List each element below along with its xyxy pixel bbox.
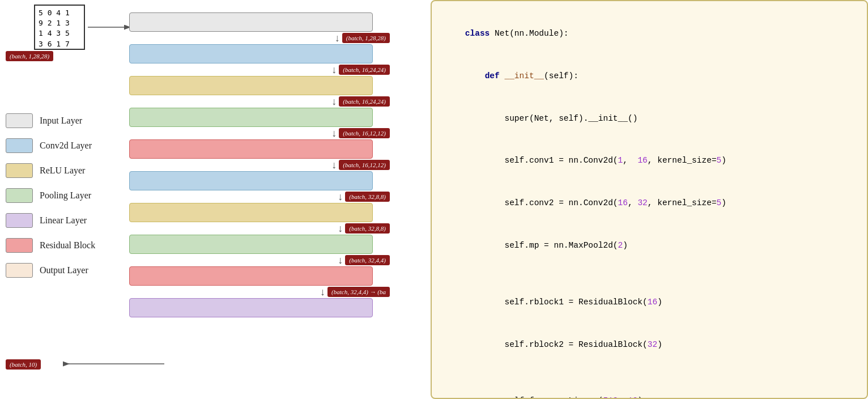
legend: Input Layer Conv2d Layer ReLU Layer Pool… [6, 113, 108, 288]
legend-label-conv: Conv2d Layer [40, 141, 92, 151]
legend-label-residual: Residual Block [40, 240, 95, 251]
layer-pool1 [129, 108, 373, 127]
layer-relu1 [129, 76, 373, 95]
layer-relu2 [129, 203, 373, 222]
code-line-4: self.conv1 = nn.Conv2d(1, 16, kernel_siz… [445, 139, 853, 182]
layer-residual1 [129, 139, 373, 159]
network-diagram: ↓ (batch, 1,28,28) ↓ (batch, 16,24,24) ↓… [129, 12, 390, 317]
input-shape-badge: (batch, 1,28,28) [6, 51, 53, 61]
layer-conv2 [129, 171, 373, 190]
layer-pool2 [129, 235, 373, 254]
legend-item-input: Input Layer [6, 113, 108, 128]
left-panel: 5 0 4 1 9 2 1 3 1 4 3 5 3 6 1 7 (batch, … [0, 0, 431, 399]
legend-box-relu [6, 163, 33, 178]
legend-item-linear: Linear Layer [6, 213, 108, 228]
legend-box-linear [6, 213, 33, 228]
legend-box-residual [6, 238, 33, 253]
legend-label-pool: Pooling Layer [40, 190, 91, 201]
legend-label-input: Input Layer [40, 116, 82, 126]
legend-item-pool: Pooling Layer [6, 188, 108, 203]
code-line-blank1 [445, 267, 853, 281]
code-line-blank2 [445, 366, 853, 380]
legend-label-linear: Linear Layer [40, 215, 87, 226]
code-panel: class Net(nn.Module): def __init__(self)… [431, 0, 868, 399]
code-line-7: self.rblock1 = ResidualBlock(16) [445, 281, 853, 324]
legend-label-output: Output Layer [40, 265, 88, 275]
layer-residual2 [129, 266, 373, 286]
code-line-6: self.mp = nn.MaxPool2d(2) [445, 224, 853, 267]
code-line-5: self.conv2 = nn.Conv2d(16, 32, kernel_si… [445, 182, 853, 224]
code-line-3: super(Net, self).__init__() [445, 97, 853, 140]
layer-conv1 [129, 44, 373, 63]
layer-input [129, 12, 373, 32]
code-line-9: self.fc = nn.Linear(512, 10) [445, 380, 853, 399]
legend-box-output [6, 263, 33, 278]
output-shape-badge: (batch, 10) [6, 359, 41, 370]
code-line-1: class Net(nn.Module): [445, 12, 853, 55]
legend-box-pool [6, 188, 33, 203]
legend-box-input [6, 113, 33, 128]
code-line-2: def __init__(self): [445, 55, 853, 97]
legend-label-relu: ReLU Layer [40, 165, 85, 176]
legend-item-relu: ReLU Layer [6, 163, 108, 178]
mnist-image: 5 0 4 1 9 2 1 3 1 4 3 5 3 6 1 7 [34, 5, 85, 50]
legend-item-conv: Conv2d Layer [6, 138, 108, 153]
code-line-8: self.rblock2 = ResidualBlock(32) [445, 324, 853, 366]
legend-item-residual: Residual Block [6, 238, 108, 253]
legend-item-output: Output Layer [6, 263, 108, 278]
legend-box-conv [6, 138, 33, 153]
layer-linear [129, 298, 373, 317]
